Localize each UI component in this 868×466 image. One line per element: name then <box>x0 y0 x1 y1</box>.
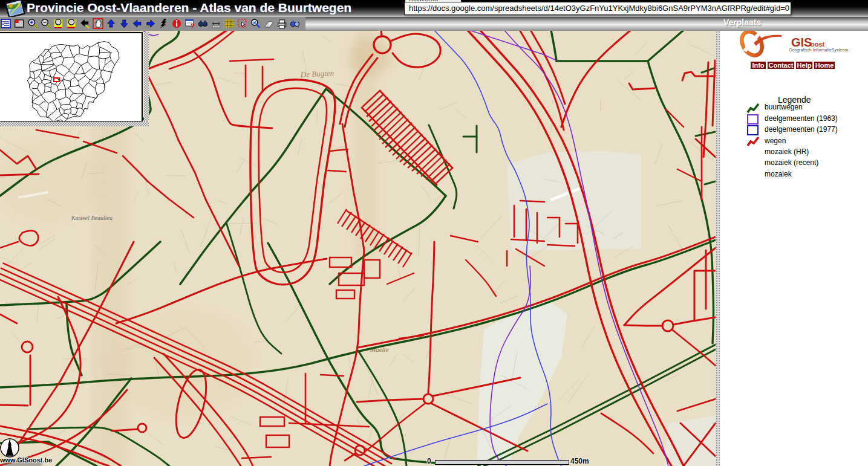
svg-text:Geografisch InformatieSysteem: Geografisch InformatieSysteem <box>789 48 848 53</box>
svg-text:oost: oost <box>811 40 825 48</box>
svg-text:Kasteel Beaulieu: Kasteel Beaulieu <box>71 215 113 221</box>
svg-text:De Bugten: De Bugten <box>299 68 334 79</box>
svg-text:GIS: GIS <box>791 36 812 49</box>
svg-text:?: ? <box>191 22 195 30</box>
